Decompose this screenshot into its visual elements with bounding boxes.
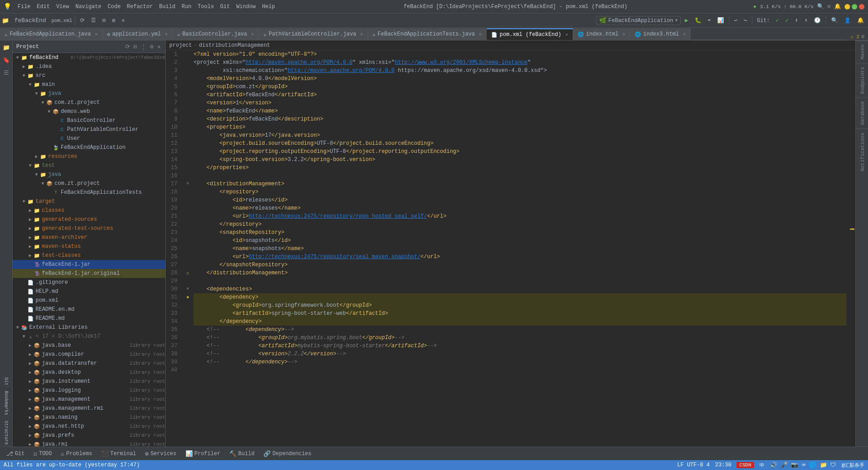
- tree-com-zt-test[interactable]: ▼ 📦 com.zt.project: [13, 179, 165, 188]
- minimize-button[interactable]: [845, 4, 850, 9]
- tree-test[interactable]: ▼ 📁 test: [13, 161, 165, 170]
- tab-close-pomXml[interactable]: ✕: [565, 32, 568, 37]
- tree-java-prefs[interactable]: ▶ 📦 java.prefs library root: [13, 431, 165, 440]
- tab-close-pathVariableController[interactable]: ✕: [360, 31, 363, 37]
- close-panel-btn[interactable]: ✕: [119, 16, 127, 25]
- tree-java-compiler[interactable]: ▶ 📦 java.compiler library root: [13, 350, 165, 359]
- menu-navigate[interactable]: Navigate: [72, 3, 104, 11]
- search-btn[interactable]: 🔍: [829, 16, 840, 25]
- menu-run[interactable]: Run: [179, 3, 194, 11]
- bottom-dependencies-btn[interactable]: 🔗 Dependencies: [261, 449, 314, 458]
- tree-README-md[interactable]: 📄 README.md: [13, 314, 165, 323]
- settings-icon[interactable]: ⚙: [827, 3, 831, 10]
- git-update-btn[interactable]: ⬇: [793, 16, 800, 25]
- tree-src[interactable]: ▼ 📁 src: [13, 71, 165, 80]
- tree-java-main[interactable]: ▼ 📁 java: [13, 89, 165, 98]
- git-push-btn[interactable]: ⬆: [802, 16, 810, 25]
- tree-jdk17[interactable]: ▼ ☕ < 17 > D:\Soft\Jdk17: [13, 332, 165, 341]
- tree-test-classes[interactable]: ▶ 📁 test-classes: [13, 251, 165, 260]
- tree-maven-status[interactable]: ▶ 📁 maven-status: [13, 242, 165, 251]
- tab-feBackEndApplication[interactable]: ☕ FeBackEndApplication.java ✕: [0, 28, 103, 40]
- right-tab-notifications[interactable]: Notifications: [856, 129, 868, 175]
- menu-edit[interactable]: Edit: [34, 3, 53, 11]
- tree-basic-controller[interactable]: C BasicController: [13, 116, 165, 125]
- tree-java-instrument[interactable]: ▶ 📦 java.instrument library root: [13, 377, 165, 386]
- menu-refactor[interactable]: Refactor: [124, 3, 156, 11]
- menu-file[interactable]: File: [15, 3, 33, 11]
- close-button[interactable]: [859, 4, 864, 9]
- tree-external-libraries[interactable]: ▼ 📚 External Libraries: [13, 323, 165, 332]
- debug-btn[interactable]: 🐛: [692, 16, 704, 25]
- left-icon-bookmarks[interactable]: 🔖: [1, 55, 12, 66]
- left-icon-project[interactable]: 📁: [1, 42, 12, 53]
- coverage-btn[interactable]: ☂: [705, 16, 713, 25]
- project-panel-dots[interactable]: ⋮: [140, 43, 147, 50]
- project-panel-collapse[interactable]: ⊟: [133, 43, 138, 50]
- tree-main[interactable]: ▼ 📁 main: [13, 80, 165, 89]
- left-icon-structure[interactable]: ☰: [1, 67, 12, 78]
- tree-demos-web[interactable]: ▼ 📦 demos.web: [13, 107, 165, 116]
- menu-help[interactable]: Help: [259, 3, 278, 11]
- tab-settings-btn[interactable]: ⚙: [861, 33, 864, 40]
- tree-maven-archiver[interactable]: ▶ 📁 maven-archiver: [13, 233, 165, 242]
- tree-java-desktop[interactable]: ▶ 📦 java.desktop library root: [13, 368, 165, 377]
- maximize-button[interactable]: [852, 4, 857, 9]
- notifications-icon[interactable]: 🔔: [834, 3, 841, 10]
- tree-java-management[interactable]: ▶ 📦 java.management library root: [13, 395, 165, 404]
- project-panel-close[interactable]: ✕: [156, 43, 162, 50]
- tab-pathVariableController[interactable]: ☕ PathVariableController.java ✕: [259, 28, 368, 40]
- tree-generated-sources[interactable]: ▶ 📁 generated-sources: [13, 215, 165, 224]
- breadcrumb-project[interactable]: project: [169, 42, 192, 49]
- bottom-todo-btn[interactable]: ☑ TODO: [31, 449, 55, 458]
- code-editor[interactable]: 1234567891011121314151617181920212223242…: [166, 50, 855, 447]
- left-icon-structure-bottom[interactable]: Structure: [1, 419, 12, 447]
- bottom-terminal-btn[interactable]: ⬛ Terminal: [99, 449, 139, 458]
- tree-path-variable-controller[interactable]: C PathVariableController: [13, 125, 165, 134]
- project-panel-gear[interactable]: ⚙: [149, 43, 154, 50]
- tab-basicController[interactable]: ☕ BasicController.java ✕: [172, 28, 259, 40]
- tab-pomXml[interactable]: 📄 pom.xml (feBackEnd) ✕: [487, 28, 573, 40]
- window-controls[interactable]: [845, 4, 864, 9]
- code-content[interactable]: <?xml version="1.0" encoding="UTF-8"?><p…: [192, 50, 848, 447]
- profiler-btn[interactable]: 📊: [715, 16, 726, 25]
- tree-README-en-md[interactable]: 📄 README.en.md: [13, 305, 165, 314]
- tree-java-datatransfer[interactable]: ▶ 📦 java.datatransfer library root: [13, 359, 165, 368]
- menu-git[interactable]: Git: [217, 3, 233, 11]
- tab-feBackEndApplicationTests[interactable]: ☕ FeBackEndApplicationTests.java ✕: [368, 28, 487, 40]
- tree-feBackEnd-1-jar[interactable]: 🗜 feBackEnd-1.jar: [13, 260, 165, 269]
- tab-applicationYml[interactable]: ⚙ application.yml ✕: [103, 28, 173, 40]
- tab-close-applicationYml[interactable]: ✕: [165, 31, 167, 37]
- left-icon-git[interactable]: Git: [1, 376, 12, 387]
- tree-java-net-http[interactable]: ▶ 📦 java.net.http library root: [13, 422, 165, 431]
- tab-close-basicController[interactable]: ✕: [251, 31, 254, 37]
- warnings-badge[interactable]: ⚠ 2: [850, 34, 859, 40]
- bottom-build-btn[interactable]: 🔨 Build: [226, 449, 257, 458]
- run-config-selector[interactable]: 🌿 FeBackEndApplication ▼: [596, 16, 681, 25]
- tree-idea[interactable]: ▶ 📁 .idea: [13, 62, 165, 71]
- git-check2-btn[interactable]: ✓: [783, 16, 791, 25]
- settings-btn[interactable]: ⚙: [110, 16, 118, 25]
- tree-user[interactable]: C User: [13, 134, 165, 143]
- tab-indexHtml[interactable]: 🌐 index.html ✕: [573, 28, 630, 40]
- tree-feBackEndApplication[interactable]: 🍃 FeBackEndApplication: [13, 143, 165, 152]
- project-panel-sync[interactable]: ⟳: [124, 43, 131, 50]
- tree-feBackEnd[interactable]: ▼ 📁 feBackEnd D:\IdeaProjects\FeProject\…: [13, 53, 165, 62]
- run-config-dropdown-icon[interactable]: ▼: [675, 18, 678, 23]
- tree-target[interactable]: ▼ 📁 target: [13, 197, 165, 206]
- redo-btn[interactable]: ↪: [741, 16, 749, 25]
- tree-java-test[interactable]: ▼ 📁 java: [13, 170, 165, 179]
- bottom-git-btn[interactable]: ⎇ Git: [4, 449, 27, 458]
- search-everywhere-icon[interactable]: 🔍: [817, 3, 824, 10]
- tree-java-management-rmi[interactable]: ▶ 📦 java.management.rmi library root: [13, 404, 165, 413]
- bottom-profiler-btn[interactable]: 📊 Profiler: [183, 449, 223, 458]
- undo-btn[interactable]: ↩: [732, 16, 740, 25]
- menu-view[interactable]: View: [54, 3, 72, 11]
- right-tab-database[interactable]: Database: [856, 97, 868, 129]
- structure-btn[interactable]: ☰: [89, 16, 98, 25]
- tab-close-index3Html[interactable]: ✕: [683, 31, 686, 37]
- tree-generated-test-sources[interactable]: ▶ 📁 generated-test-sources: [13, 224, 165, 233]
- tree-java-base[interactable]: ▶ 📦 java.base library root: [13, 341, 165, 350]
- notifications-toolbar-btn[interactable]: 🔔: [855, 16, 866, 25]
- breadcrumb-distributionManagement[interactable]: distributionManagement: [199, 42, 270, 49]
- tree-java-logging[interactable]: ▶ 📦 java.logging library root: [13, 386, 165, 395]
